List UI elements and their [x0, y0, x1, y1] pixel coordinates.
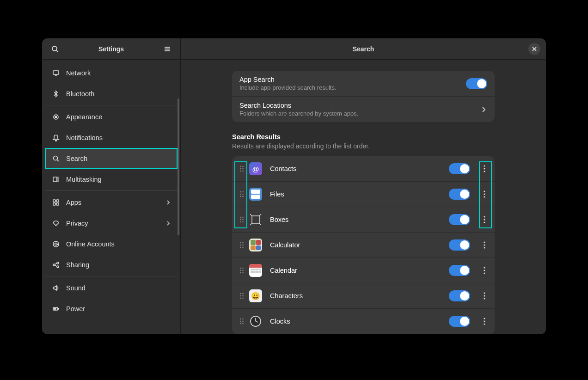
sidebar-item-appearance[interactable]: Appearance: [45, 106, 178, 127]
close-icon: [532, 46, 537, 52]
sound-icon: [51, 283, 61, 293]
search-button[interactable]: [48, 42, 62, 56]
drag-handle[interactable]: [238, 316, 246, 327]
svg-rect-18: [56, 203, 59, 205]
sidebar-scrollbar[interactable]: [178, 98, 179, 235]
power-icon: [51, 304, 61, 313]
drag-handle[interactable]: [238, 265, 246, 276]
result-row-clocks: Clocks: [232, 309, 495, 334]
result-toggle[interactable]: [449, 316, 470, 327]
app-icon-calendar: [249, 264, 263, 277]
hamburger-menu-button[interactable]: [160, 42, 175, 56]
svg-point-0: [52, 46, 57, 51]
sidebar-item-label: Bluetooth: [66, 90, 171, 98]
sidebar-item-label: Search: [66, 155, 171, 162]
svg-line-25: [55, 265, 57, 267]
sidebar-item-bluetooth[interactable]: Bluetooth: [45, 83, 178, 104]
app-icon-characters: 😀: [249, 289, 263, 303]
svg-point-81: [240, 293, 241, 294]
more-options-button[interactable]: [479, 263, 490, 278]
svg-point-99: [484, 318, 485, 319]
bluetooth-icon: [51, 89, 61, 98]
app-name-label: Files: [270, 190, 449, 198]
svg-point-95: [242, 323, 244, 325]
svg-rect-16: [56, 200, 59, 202]
more-options-button[interactable]: [479, 238, 490, 252]
sidebar-item-label: Notifications: [66, 134, 171, 141]
sidebar-item-power[interactable]: Power: [45, 298, 178, 319]
drag-handle[interactable]: [238, 163, 246, 174]
drag-handle-icon: [239, 318, 244, 325]
svg-point-53: [240, 221, 241, 223]
more-vertical-icon: [484, 292, 485, 300]
result-toggle[interactable]: [449, 239, 470, 251]
sidebar-item-sound[interactable]: Sound: [45, 277, 178, 298]
search-locations-row[interactable]: Search Locations Folders which are searc…: [232, 97, 495, 122]
results-list: @ContactsFilesBoxesCalculatorCalendar😀Ch…: [232, 156, 495, 334]
svg-point-72: [240, 268, 241, 269]
more-options-button[interactable]: [479, 212, 490, 227]
sidebar-item-search[interactable]: Search: [45, 148, 178, 169]
close-button[interactable]: [528, 43, 540, 55]
more-options-button[interactable]: [479, 314, 490, 329]
result-toggle[interactable]: [449, 214, 470, 225]
sidebar-item-privacy[interactable]: Privacy: [45, 213, 178, 233]
result-row-calculator: Calculator: [232, 233, 495, 258]
drag-handle[interactable]: [238, 189, 246, 200]
app-icon-boxes: [249, 213, 263, 227]
svg-point-35: [240, 171, 241, 172]
sidebar-item-label: Appearance: [66, 113, 171, 121]
app-icon-calculator: [249, 238, 263, 252]
svg-line-57: [259, 214, 261, 216]
at-icon: [51, 239, 61, 249]
more-options-button[interactable]: [479, 187, 490, 202]
svg-point-62: [484, 221, 485, 223]
svg-point-76: [240, 272, 241, 274]
result-toggle[interactable]: [449, 163, 470, 174]
svg-point-39: [484, 171, 485, 172]
result-row-contacts: @Contacts: [232, 156, 495, 182]
result-row-characters: 😀Characters: [232, 283, 495, 309]
result-row-boxes: Boxes: [232, 207, 495, 233]
sidebar-list: NetworkBluetoothAppearanceNotificationsS…: [42, 60, 180, 334]
chevron-right-icon: [165, 221, 171, 226]
more-vertical-icon: [484, 190, 485, 198]
drag-handle[interactable]: [238, 214, 246, 225]
more-vertical-icon: [484, 241, 485, 249]
svg-point-11: [54, 156, 58, 160]
sidebar-header: Settings: [42, 38, 180, 60]
search-icon: [51, 154, 61, 163]
more-options-button[interactable]: [479, 161, 490, 176]
svg-rect-15: [53, 200, 55, 202]
result-toggle[interactable]: [449, 265, 470, 276]
app-search-toggle[interactable]: [466, 78, 487, 89]
sidebar-item-notifications[interactable]: Notifications: [45, 127, 178, 148]
search-icon: [51, 45, 59, 53]
sidebar-item-label: Network: [66, 69, 171, 77]
sidebar-item-multitasking[interactable]: Multitasking: [45, 169, 178, 190]
result-toggle[interactable]: [449, 189, 470, 200]
sidebar-item-apps[interactable]: Apps: [45, 192, 178, 213]
sidebar-item-label: Online Accounts: [66, 240, 171, 248]
sidebar-item-network[interactable]: Network: [45, 62, 178, 83]
drag-handle[interactable]: [238, 239, 246, 251]
svg-point-42: [240, 194, 241, 195]
app-name-label: Calendar: [270, 267, 449, 274]
results-heading: Search Results: [232, 133, 495, 141]
app-name-label: Calculator: [270, 241, 449, 249]
multitask-icon: [51, 175, 61, 184]
search-locations-sub: Folders which are searched by system app…: [239, 110, 480, 117]
drag-handle[interactable]: [238, 290, 246, 301]
more-options-button[interactable]: [479, 288, 490, 303]
svg-point-63: [240, 242, 241, 244]
svg-point-70: [484, 244, 485, 245]
svg-point-64: [242, 242, 244, 244]
sidebar-item-online-accounts[interactable]: Online Accounts: [45, 233, 178, 254]
svg-point-32: [242, 166, 244, 167]
sidebar-item-sharing[interactable]: Sharing: [45, 254, 178, 275]
svg-line-59: [259, 223, 261, 225]
svg-rect-55: [252, 216, 259, 223]
result-toggle[interactable]: [449, 290, 470, 301]
svg-point-85: [240, 298, 241, 299]
svg-point-78: [484, 267, 485, 268]
